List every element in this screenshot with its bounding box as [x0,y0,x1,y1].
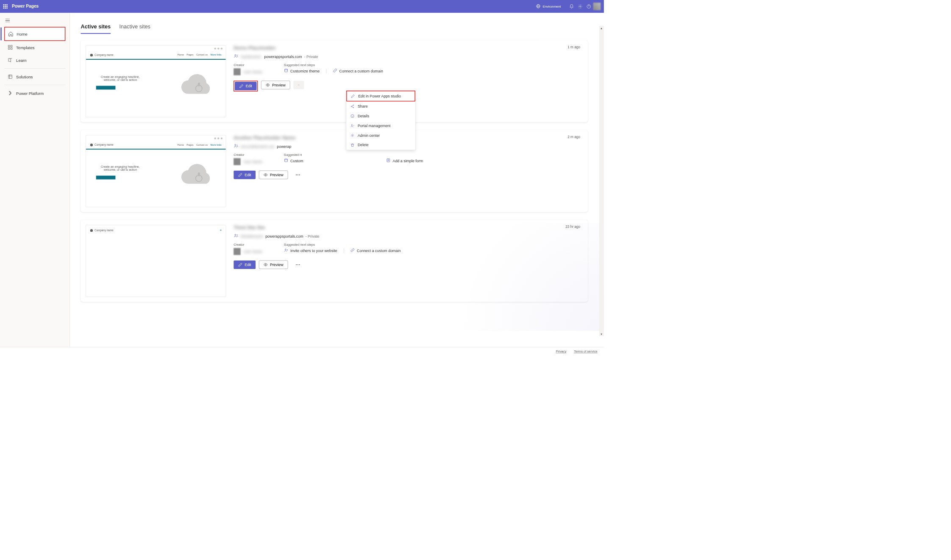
people-icon [234,53,238,59]
sidebar-item-label: Learn [16,58,26,63]
notifications-icon[interactable] [567,2,576,11]
step-customize[interactable]: Custom [284,158,303,163]
sidebar-item-label: Home [17,32,27,36]
svg-rect-7 [11,48,12,50]
people-icon [234,143,238,149]
footer-terms-link[interactable]: Terms of service [574,349,597,353]
step-invite-others[interactable]: Invite others to your website [284,248,337,253]
sidebar-item-label: Power Platform [16,91,44,95]
sidebar-item-learn[interactable]: Learn [4,54,65,67]
svg-point-36 [351,125,352,125]
footer-privacy-link[interactable]: Privacy [556,349,566,353]
site-card: Company name ≡ 23 hr ago Third Site Nm t… [81,220,588,302]
link-icon [350,248,355,253]
help-icon[interactable] [584,2,593,11]
more-actions-button[interactable] [291,171,305,179]
svg-rect-6 [8,48,10,50]
creator-label: Creator [234,63,262,67]
menu-admin-center[interactable]: Admin center [346,130,415,140]
sidebar-item-label: Templates [16,45,34,50]
templates-icon [8,44,13,50]
edit-button[interactable]: Edit [234,261,256,269]
svg-point-30 [298,264,298,265]
context-menu: Edit in Power Apps studio Share Details … [346,90,416,150]
site-timestamp: 1 m ago [567,45,580,50]
menu-delete[interactable]: Delete [346,140,415,150]
environment-picker[interactable]: Environment [536,4,561,9]
steps-label: Suggested next steps [284,63,383,67]
vertical-scrollbar[interactable]: ▲ ▼ [599,26,604,336]
svg-point-26 [235,234,236,236]
menu-share[interactable]: Share [346,101,415,111]
home-icon [8,31,14,37]
edit-button[interactable]: Edit [235,82,257,90]
svg-point-13 [267,84,269,86]
site-url[interactable]: mysitename.powerappsportals.com - Privat… [234,53,580,59]
pencil-icon [350,94,355,98]
admin-icon [350,133,354,138]
menu-edit-in-studio[interactable]: Edit in Power Apps studio [346,91,415,101]
svg-rect-20 [284,159,287,162]
preview-button[interactable]: Preview [261,81,290,89]
app-header: Power Pages Environment [0,0,604,13]
cloud-icon [180,69,218,102]
app-launcher-icon[interactable] [3,4,8,8]
step-customize-theme[interactable]: Customize theme [284,68,320,73]
svg-point-34 [353,107,354,108]
divider [4,68,65,69]
svg-point-33 [351,106,352,107]
delete-icon [350,143,354,147]
divider [4,85,65,85]
site-timestamp: 2 m ago [567,135,580,139]
site-thumbnail[interactable]: Company name HomePagesContact usMore lin… [81,40,226,122]
svg-point-27 [285,249,286,250]
settings-icon[interactable] [576,2,584,11]
menu-details[interactable]: Details [346,111,415,121]
invite-icon [284,248,288,253]
svg-point-29 [296,264,297,265]
link-icon [333,68,337,73]
learn-icon [8,58,13,63]
step-add-form[interactable]: Add a simple form [386,158,423,163]
more-actions-button[interactable] [293,81,304,89]
svg-point-16 [299,85,300,85]
left-sidebar: Home Templates Learn Solutions Power Pla… [0,13,70,347]
edit-button[interactable]: Edit [234,171,256,179]
form-icon [386,158,390,163]
menu-portal-management[interactable]: Portal management [346,121,415,130]
scroll-up-icon[interactable]: ▲ [599,26,604,30]
more-actions-button[interactable] [291,261,305,269]
tab-inactive-sites[interactable]: Inactive sites [119,24,150,34]
info-icon [350,114,354,118]
sidebar-item-power-platform[interactable]: Power Platform [4,86,65,99]
environment-label: Environment [543,5,561,8]
hamburger-icon[interactable] [6,18,10,22]
user-avatar[interactable] [593,3,601,10]
svg-point-24 [298,175,298,175]
site-thumbnail[interactable]: Company name HomePagesContact usMore lin… [81,130,226,212]
svg-point-23 [296,175,297,175]
sidebar-item-templates[interactable]: Templates [4,41,65,54]
sidebar-item-home[interactable]: Home [4,27,65,41]
scroll-down-icon[interactable]: ▼ [599,331,604,336]
people-icon [234,233,238,239]
svg-rect-5 [11,45,12,47]
site-thumbnail[interactable]: Company name ≡ [81,220,226,302]
preview-button[interactable]: Preview [259,261,288,269]
site-url[interactable]: thirdsitenamepowerappsportals.com - Priv… [234,233,580,239]
svg-rect-4 [8,45,10,47]
solutions-icon [8,74,13,80]
tab-active-sites[interactable]: Active sites [81,24,111,34]
svg-point-25 [299,175,300,175]
svg-point-37 [352,135,353,136]
step-custom-domain[interactable]: Connect a custom domain [350,248,401,253]
sidebar-item-solutions[interactable]: Solutions [4,70,65,83]
preview-button[interactable]: Preview [259,171,288,179]
site-timestamp: 23 hr ago [565,225,580,229]
site-card: Company name HomePagesContact usMore lin… [81,130,588,212]
main-content: Active sites Inactive sites Company name… [70,13,604,347]
svg-point-2 [580,6,581,7]
svg-point-14 [298,85,298,85]
app-title: Power Pages [12,4,39,9]
step-custom-domain[interactable]: Connect a custom domain [333,68,383,73]
